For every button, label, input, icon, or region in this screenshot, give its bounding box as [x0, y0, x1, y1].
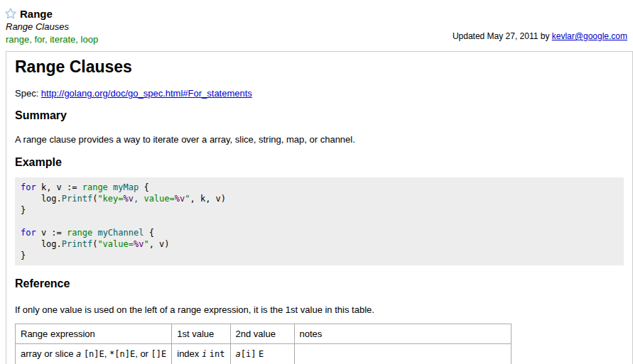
table-header-row: Range expression1st value2nd valuenotes — [16, 324, 512, 344]
table-cell — [294, 344, 511, 364]
summary-text: A range clause provides a way to iterate… — [15, 134, 624, 145]
cell-text: array or slice — [21, 348, 76, 359]
cell-text: , or — [135, 348, 151, 359]
code-token: "key= — [97, 194, 123, 204]
column-header: Range expression — [16, 324, 172, 344]
label-link-for[interactable]: for — [34, 34, 44, 45]
cell-code: [n]E — [84, 349, 104, 359]
code-token: Printf — [62, 194, 92, 204]
code-token: { — [144, 228, 153, 238]
code-token: %v — [134, 239, 144, 249]
code-token: } — [21, 250, 26, 260]
code-token: log. — [21, 194, 62, 204]
table-row: array or slice a [n]E, *[n]E, or []Einde… — [16, 344, 512, 364]
spec-label: Spec: — [15, 88, 41, 99]
updated-text: Updated May 27, 2011 by — [453, 31, 552, 41]
code-token: , value= — [134, 194, 175, 204]
table-cell: index i int — [172, 344, 230, 364]
code-token: } — [21, 205, 26, 215]
page-title: Range Clauses — [15, 57, 624, 77]
cell-text: index — [177, 348, 202, 359]
code-token: log. — [21, 239, 62, 249]
reference-table: Range expression1st value2nd valuenotesa… — [15, 324, 512, 364]
cell-code: a — [236, 349, 241, 359]
table-cell: a[i] E — [230, 344, 294, 364]
label-link-range[interactable]: range — [6, 34, 29, 45]
spec-link[interactable]: http://golang.org/doc/go_spec.html#For_s… — [41, 88, 252, 99]
wiki-page: Range Range Clauses range, for, iterate,… — [0, 0, 633, 364]
wiki-title-row: Range — [4, 7, 627, 20]
code-example: for k, v := range myMap { log.Printf("ke… — [15, 177, 624, 265]
reference-text: If only one value is used on the left of… — [15, 304, 624, 316]
author-email-link[interactable]: kevlar@google.com — [552, 31, 627, 41]
table-cell: array or slice a [n]E, *[n]E, or []E — [16, 344, 172, 364]
code-token: v := — [36, 228, 67, 238]
label-link-iterate[interactable]: iterate — [50, 34, 75, 45]
code-token: { — [139, 182, 148, 192]
wiki-header: Range Range Clauses range, for, iterate,… — [0, 0, 633, 51]
wiki-title: Range — [20, 8, 53, 20]
cell-code: [i] — [241, 349, 256, 359]
code-token: range — [82, 182, 108, 192]
code-token: k, v := — [36, 182, 82, 192]
updated-info: Updated May 27, 2011 by kevlar@google.co… — [453, 31, 627, 41]
code-token: range — [67, 228, 92, 238]
code-token: %v — [175, 194, 185, 204]
cell-code: []E — [151, 349, 167, 359]
code-token: myMap — [113, 182, 139, 192]
cell-text: , — [104, 348, 109, 359]
code-token: " — [144, 239, 148, 249]
code-token: , v) — [149, 239, 170, 249]
cell-code: int — [210, 349, 225, 359]
code-token: %v — [124, 194, 134, 204]
spec-line: Spec: http://golang.org/doc/go_spec.html… — [15, 88, 624, 99]
summary-heading: Summary — [15, 109, 624, 122]
label-link-loop[interactable]: loop — [81, 34, 99, 45]
cell-code: *[n]E — [109, 349, 135, 359]
code-token: for — [21, 182, 36, 192]
code-token: myChannel — [97, 228, 144, 238]
star-icon[interactable] — [4, 7, 17, 20]
code-token — [108, 182, 113, 192]
code-token: for — [21, 228, 36, 238]
code-token: , k, v) — [190, 194, 226, 204]
column-header: 1st value — [172, 324, 230, 344]
cell-code: E — [259, 349, 264, 359]
reference-heading: Reference — [15, 277, 624, 290]
column-header: notes — [294, 324, 511, 344]
code-token: "value= — [97, 239, 134, 249]
wiki-content-box: Range Clauses Spec: http://golang.org/do… — [6, 51, 633, 364]
column-header: 2nd value — [230, 324, 294, 344]
wiki-subtitle: Range Clauses — [6, 21, 627, 32]
code-token: Printf — [62, 239, 92, 249]
example-heading: Example — [15, 155, 624, 169]
